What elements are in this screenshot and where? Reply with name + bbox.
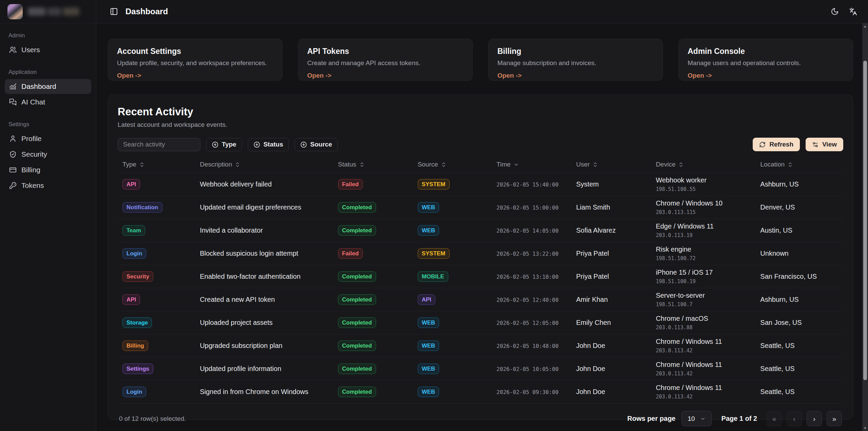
cell-description: Blocked suspicious login attempt xyxy=(195,242,333,265)
sidebar-item-security[interactable]: Security xyxy=(5,147,91,162)
card-open-link[interactable]: Open -> xyxy=(497,72,521,79)
cell-user: Emily Chen xyxy=(571,311,651,334)
card-description: Create and manage API access tokens. xyxy=(307,59,463,67)
cell-type: Security xyxy=(118,265,195,288)
theme-toggle-button[interactable] xyxy=(829,5,841,18)
scroll-up-arrow[interactable]: ▲ xyxy=(862,23,868,29)
cell-status: Failed xyxy=(333,242,413,265)
main-area: Dashboard Account SettingsUpdate profile… xyxy=(96,0,868,431)
source-badge: WEB xyxy=(418,202,439,213)
scroll-down-arrow[interactable]: ▼ xyxy=(862,425,868,431)
cell-device: iPhone 15 / iOS 17198.51.100.19 xyxy=(651,265,755,288)
card-title: Billing xyxy=(497,47,654,56)
card-api-tokens: API TokensCreate and manage API access t… xyxy=(298,39,473,81)
last-page-button[interactable]: » xyxy=(827,411,842,426)
sort-type[interactable]: Type xyxy=(122,161,145,168)
table-row[interactable]: SecurityEnabled two-factor authenticatio… xyxy=(118,265,843,288)
search-input[interactable] xyxy=(118,138,200,151)
cell-user: Liam Smith xyxy=(571,196,651,219)
sidebar-item-tokens[interactable]: Tokens xyxy=(5,178,91,193)
cell-device: Webhook worker198.51.100.55 xyxy=(651,173,755,196)
card-title: API Tokens xyxy=(307,47,463,56)
table-row[interactable]: LoginSigned in from Chrome on WindowsCom… xyxy=(118,380,843,404)
sidebar-section: SettingsProfileSecurityBillingTokens xyxy=(5,117,91,193)
card-open-link[interactable]: Open -> xyxy=(307,72,331,79)
card-title: Account Settings xyxy=(117,47,273,56)
filter-source-button[interactable]: Source xyxy=(295,138,338,151)
table-row[interactable]: APIWebhook delivery failedFailedSYSTEM20… xyxy=(118,173,843,196)
cell-source: API xyxy=(413,288,492,311)
card-open-link[interactable]: Open -> xyxy=(688,72,712,79)
page-title: Dashboard xyxy=(125,7,168,16)
sort-device[interactable]: Device xyxy=(656,161,684,168)
sidebar-item-ai-chat[interactable]: AI Chat xyxy=(5,95,91,110)
rows-per-page-select[interactable]: 10 xyxy=(682,411,712,426)
table-row[interactable]: NotificationUpdated email digest prefere… xyxy=(118,196,843,219)
table-controls: TypeStatusSource Refresh View xyxy=(118,138,843,151)
cell-user: John Doe xyxy=(571,357,651,380)
sort-location[interactable]: Location xyxy=(760,161,793,168)
prev-page-button[interactable]: ‹ xyxy=(787,411,802,426)
language-button[interactable] xyxy=(847,5,859,18)
column-header-user: User xyxy=(571,159,651,173)
cell-source: MOBILE xyxy=(413,265,492,288)
source-badge: API xyxy=(418,294,435,305)
table-row[interactable]: LoginBlocked suspicious login attemptFai… xyxy=(118,242,843,265)
filter-type-button[interactable]: Type xyxy=(206,138,242,151)
scrollbar-thumb[interactable] xyxy=(863,61,867,380)
cell-user: John Doe xyxy=(571,334,651,357)
table-row[interactable]: BillingUpgraded subscription planComplet… xyxy=(118,334,843,357)
card-open-link[interactable]: Open -> xyxy=(117,72,141,79)
chevrons-up-down-icon xyxy=(441,162,447,168)
sort-source[interactable]: Source xyxy=(418,161,447,168)
filter-status-button[interactable]: Status xyxy=(248,138,289,151)
cell-time: 2026-02-05 14:05:00 xyxy=(492,219,571,242)
sidebar: AdminUsersApplicationDashboardAI ChatSet… xyxy=(0,0,96,431)
first-page-button[interactable]: « xyxy=(767,411,782,426)
source-badge: MOBILE xyxy=(418,271,448,282)
sidebar-item-dashboard[interactable]: Dashboard xyxy=(5,79,91,94)
sidebar-item-profile[interactable]: Profile xyxy=(5,131,91,146)
sidebar-item-label: Tokens xyxy=(21,181,44,190)
cell-type: Login xyxy=(118,242,195,265)
cell-type: API xyxy=(118,288,195,311)
table-footer: 0 of 12 row(s) selected. Rows per page 1… xyxy=(118,411,843,426)
table-row[interactable]: SettingsUpdated profile informationCompl… xyxy=(118,357,843,380)
table-row[interactable]: TeamInvited a collaboratorCompletedWEB20… xyxy=(118,219,843,242)
sidebar-item-billing[interactable]: Billing xyxy=(5,162,91,177)
cell-source: WEB xyxy=(413,334,492,357)
sort-time[interactable]: Time xyxy=(496,161,519,168)
sort-status[interactable]: Status xyxy=(338,161,365,168)
app-root: AdminUsersApplicationDashboardAI ChatSet… xyxy=(0,0,868,431)
status-badge: Completed xyxy=(338,202,376,213)
cell-time: 2026-02-05 12:05:00 xyxy=(492,311,571,334)
cell-time: 2026-02-05 15:40:00 xyxy=(492,173,571,196)
cell-type: API xyxy=(118,173,195,196)
cell-device: Edge / Windows 11203.0.113.19 xyxy=(651,219,755,242)
page-indicator: Page 1 of 2 xyxy=(721,415,757,423)
table-row[interactable]: StorageUploaded project assetsCompletedW… xyxy=(118,311,843,334)
sort-description[interactable]: Description xyxy=(200,161,240,168)
recent-activity-panel: Recent Activity Latest account and works… xyxy=(108,95,853,420)
cell-device: Chrome / macOS203.0.113.88 xyxy=(651,311,755,334)
sidebar-item-users[interactable]: Users xyxy=(5,42,91,57)
column-header-status: Status xyxy=(333,159,413,173)
rows-per-page-label: Rows per page xyxy=(627,415,675,423)
cell-time: 2026-02-05 15:00:00 xyxy=(492,196,571,219)
sidebar-item-label: AI Chat xyxy=(21,98,45,106)
view-button[interactable]: View xyxy=(806,138,843,151)
table-row[interactable]: APICreated a new API tokenCompletedAPI20… xyxy=(118,288,843,311)
cell-location: Ashburn, US xyxy=(755,173,843,196)
sidebar-toggle-button[interactable] xyxy=(108,5,120,18)
cell-description: Updated email digest preferences xyxy=(195,196,333,219)
source-badge: WEB xyxy=(418,340,439,351)
scrollbar-track[interactable]: ▲ ▼ xyxy=(862,23,868,431)
sidebar-user[interactable] xyxy=(0,0,96,23)
next-page-button[interactable]: › xyxy=(807,411,822,426)
sort-user[interactable]: User xyxy=(576,161,598,168)
column-header-type: Type xyxy=(118,159,195,173)
refresh-button[interactable]: Refresh xyxy=(753,138,800,151)
cell-user: Priya Patel xyxy=(571,242,651,265)
cell-time: 2026-02-05 10:48:00 xyxy=(492,334,571,357)
cell-time: 2026-02-05 12:40:00 xyxy=(492,288,571,311)
